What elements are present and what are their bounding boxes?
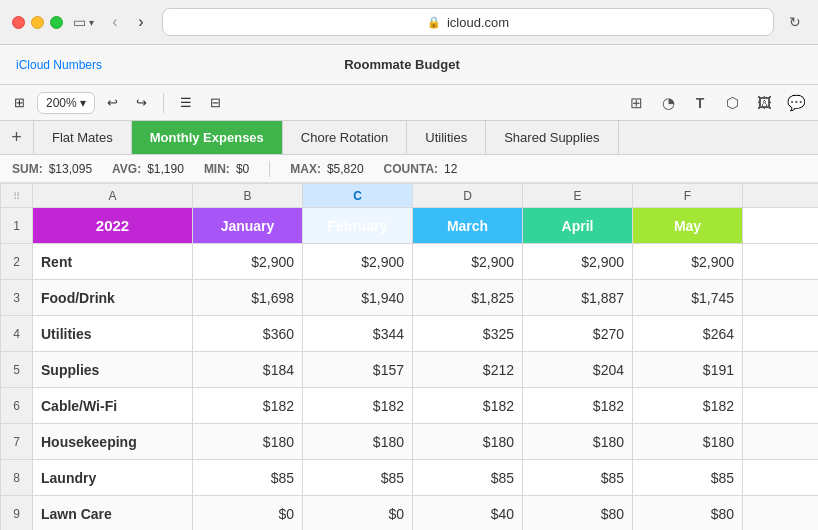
cell-f1[interactable]: May — [633, 208, 743, 244]
fullscreen-button[interactable] — [50, 16, 63, 29]
cell-d3[interactable]: $1,825 — [413, 280, 523, 316]
undo-icon: ↩ — [107, 95, 118, 110]
cell-e2[interactable]: $2,900 — [523, 244, 633, 280]
cell-d2[interactable]: $2,900 — [413, 244, 523, 280]
insert-image-button[interactable]: 🖼 — [750, 89, 778, 117]
cell-b4[interactable]: $360 — [193, 316, 303, 352]
table-insert-button[interactable]: ⊞ — [8, 91, 31, 114]
insert-chart-button[interactable]: ◔ — [654, 89, 682, 117]
minimize-button[interactable] — [31, 16, 44, 29]
cell-d4[interactable]: $325 — [413, 316, 523, 352]
cell-d5[interactable]: $212 — [413, 352, 523, 388]
cell-a5[interactable]: Supplies — [33, 352, 193, 388]
col-header-d[interactable]: D — [413, 184, 523, 208]
cell-g4[interactable] — [743, 316, 819, 352]
cell-d9[interactable]: $40 — [413, 496, 523, 531]
undo-button[interactable]: ↩ — [101, 91, 124, 114]
cell-a4[interactable]: Utilities — [33, 316, 193, 352]
col-header-e[interactable]: E — [523, 184, 633, 208]
cell-c5[interactable]: $157 — [303, 352, 413, 388]
cell-b9[interactable]: $0 — [193, 496, 303, 531]
cell-b6[interactable]: $182 — [193, 388, 303, 424]
cell-f6[interactable]: $182 — [633, 388, 743, 424]
cell-a1[interactable]: 2022 — [33, 208, 193, 244]
cell-g3[interactable] — [743, 280, 819, 316]
col-header-b[interactable]: B — [193, 184, 303, 208]
cell-b8[interactable]: $85 — [193, 460, 303, 496]
cell-b7[interactable]: $180 — [193, 424, 303, 460]
sidebar-toggle-button[interactable]: ▭ ▾ — [73, 14, 94, 30]
cell-g8[interactable] — [743, 460, 819, 496]
cell-e1[interactable]: April — [523, 208, 633, 244]
cell-g5[interactable] — [743, 352, 819, 388]
cell-e4[interactable]: $270 — [523, 316, 633, 352]
cell-d8[interactable]: $85 — [413, 460, 523, 496]
zoom-button[interactable]: 200% ▾ — [37, 92, 95, 114]
cell-c4[interactable]: $344 — [303, 316, 413, 352]
cell-c3[interactable]: $1,940 — [303, 280, 413, 316]
cell-a3[interactable]: Food/Drink — [33, 280, 193, 316]
tab-utilities[interactable]: Utilities — [407, 121, 486, 154]
cell-a2[interactable]: Rent — [33, 244, 193, 280]
min-label: MIN: — [204, 162, 230, 176]
cell-c7[interactable]: $180 — [303, 424, 413, 460]
cell-f7[interactable]: $180 — [633, 424, 743, 460]
cell-f4[interactable]: $264 — [633, 316, 743, 352]
cell-e3[interactable]: $1,887 — [523, 280, 633, 316]
grid-view-button[interactable]: ⊟ — [204, 91, 227, 114]
cell-g9[interactable] — [743, 496, 819, 531]
close-button[interactable] — [12, 16, 25, 29]
cell-f5[interactable]: $191 — [633, 352, 743, 388]
list-view-button[interactable]: ☰ — [174, 91, 198, 114]
cell-f2[interactable]: $2,900 — [633, 244, 743, 280]
cell-b2[interactable]: $2,900 — [193, 244, 303, 280]
back-button[interactable]: ‹ — [104, 11, 126, 33]
insert-shape-button[interactable]: ⬡ — [718, 89, 746, 117]
tab-chore-rotation[interactable]: Chore Rotation — [283, 121, 407, 154]
cell-c6[interactable]: $182 — [303, 388, 413, 424]
col-header-a[interactable]: A — [33, 184, 193, 208]
cell-g7[interactable] — [743, 424, 819, 460]
cell-d7[interactable]: $180 — [413, 424, 523, 460]
cell-c2[interactable]: $2,900 — [303, 244, 413, 280]
cell-e8[interactable]: $85 — [523, 460, 633, 496]
insert-comment-button[interactable]: 💬 — [782, 89, 810, 117]
redo-button[interactable]: ↪ — [130, 91, 153, 114]
cell-e9[interactable]: $80 — [523, 496, 633, 531]
tab-shared-supplies[interactable]: Shared Supplies — [486, 121, 618, 154]
reload-button[interactable]: ↻ — [784, 11, 806, 33]
cell-c9[interactable]: $0 — [303, 496, 413, 531]
cell-g1[interactable] — [743, 208, 819, 244]
cell-b5[interactable]: $184 — [193, 352, 303, 388]
cell-f8[interactable]: $85 — [633, 460, 743, 496]
tab-flat-mates[interactable]: Flat Mates — [34, 121, 132, 154]
cell-f3[interactable]: $1,745 — [633, 280, 743, 316]
insert-table-button[interactable]: ⊞ — [622, 89, 650, 117]
cell-f9[interactable]: $80 — [633, 496, 743, 531]
cell-g2[interactable] — [743, 244, 819, 280]
col-header-f[interactable]: F — [633, 184, 743, 208]
cell-a6[interactable]: Cable/Wi-Fi — [33, 388, 193, 424]
cell-a8[interactable]: Laundry — [33, 460, 193, 496]
cell-a9[interactable]: Lawn Care — [33, 496, 193, 531]
tab-monthly-expenses[interactable]: Monthly Expenses — [132, 121, 283, 154]
col-header-c[interactable]: C — [303, 184, 413, 208]
col-header-g[interactable] — [743, 184, 819, 208]
cell-b3[interactable]: $1,698 — [193, 280, 303, 316]
cell-g6[interactable] — [743, 388, 819, 424]
cell-e7[interactable]: $180 — [523, 424, 633, 460]
cell-b1[interactable]: January — [193, 208, 303, 244]
cell-c8[interactable]: $85 — [303, 460, 413, 496]
cell-c1[interactable]: February — [303, 208, 413, 244]
forward-button[interactable]: › — [130, 11, 152, 33]
cell-e6[interactable]: $182 — [523, 388, 633, 424]
table-row: 6 Cable/Wi-Fi $182 $182 $182 $182 $182 — [1, 388, 819, 424]
cell-d6[interactable]: $182 — [413, 388, 523, 424]
address-bar[interactable]: 🔒 icloud.com — [162, 8, 774, 36]
add-sheet-button[interactable]: + — [0, 121, 34, 154]
insert-text-button[interactable]: T — [686, 89, 714, 117]
cell-d1[interactable]: March — [413, 208, 523, 244]
cell-a7[interactable]: Housekeeping — [33, 424, 193, 460]
cell-e5[interactable]: $204 — [523, 352, 633, 388]
row-num-6: 6 — [1, 388, 33, 424]
